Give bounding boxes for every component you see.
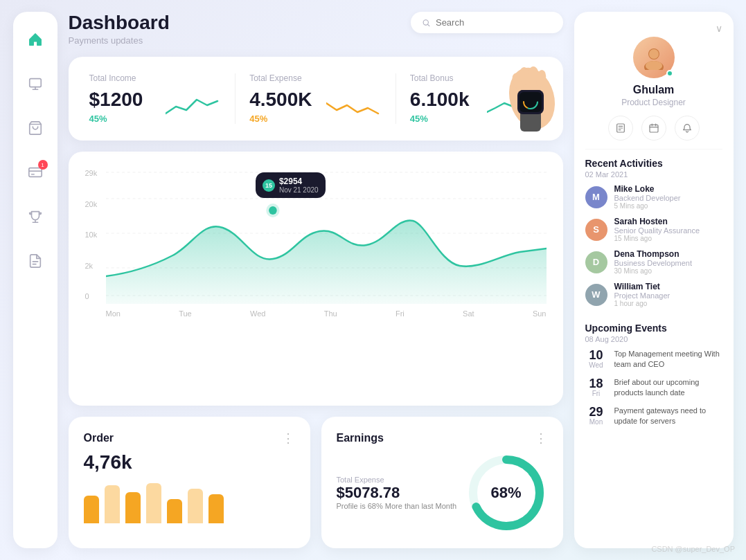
activity-time-3: 1 hour ago (614, 300, 670, 307)
profile-calendar-button[interactable] (641, 116, 666, 141)
activity-role-0: Backend Developer (614, 194, 681, 202)
stat-total-income: Total Income $1200 45% (89, 73, 222, 124)
activity-item-0: M Mike Loke Backend Developer 5 Mins ago (585, 184, 722, 210)
order-bar-chart (84, 482, 295, 523)
sidebar-icon-document[interactable] (21, 247, 49, 275)
recent-activities-title: Recent Activities (585, 158, 722, 169)
x-label-sat: Sat (463, 309, 474, 318)
stats-row: Total Income $1200 45% Total Expense (69, 57, 563, 141)
activity-name-0: Mike Loke (614, 184, 681, 194)
bar-3 (125, 492, 141, 523)
activity-item-1: S Sarah Hosten Senior Quality Assurance … (585, 217, 722, 242)
earnings-amount: $5078.78 (337, 484, 457, 502)
activity-role-1: Senior Quality Assurance (614, 226, 700, 235)
earnings-donut: 68% (465, 451, 548, 534)
event-day-1: 18 (589, 377, 603, 390)
earnings-note: Profile is 68% More than last Month (337, 502, 457, 510)
profile-section: ∨ Ghulam Product Designer (585, 23, 722, 150)
activity-item-2: D Dena Thompson Business Development 30 … (585, 249, 722, 275)
bar-4 (146, 483, 161, 523)
stat-income-label: Total Income (89, 73, 222, 83)
x-label-thu: Thu (324, 309, 337, 318)
event-weekday-2: Mon (589, 418, 603, 426)
activity-name-1: Sarah Hosten (614, 217, 700, 226)
sidebar-icon-bag[interactable] (21, 114, 49, 142)
event-date-2: 29 Mon (585, 406, 607, 426)
expense-sparkline (326, 93, 382, 120)
activity-role-2: Business Development (614, 259, 693, 267)
earnings-sub-label: Total Expense (337, 476, 457, 484)
event-item-0: 10 Wed Top Management meeting With team … (585, 349, 722, 370)
y-label-29k: 29k (85, 169, 98, 177)
bar-1 (84, 496, 99, 523)
activity-info-2: Dena Thompson Business Development 30 Mi… (614, 249, 693, 275)
activity-avatar-3: W (585, 284, 607, 306)
search-input[interactable] (436, 17, 552, 28)
activity-name-2: Dena Thompson (614, 249, 693, 259)
tooltip-date: Nov 21 2020 (279, 186, 319, 194)
tooltip-dot: 15 (263, 179, 275, 192)
stat-expense-percent: 45% (249, 114, 312, 124)
y-label-10k: 10k (85, 231, 98, 239)
order-card: Order ⋮ 4,76k (69, 417, 310, 548)
activity-info-0: Mike Loke Backend Developer 5 Mins ago (614, 184, 681, 210)
profile-notifications-button[interactable] (675, 116, 700, 141)
event-item-1: 18 Fri Brief about our upcoming products… (585, 377, 722, 399)
donut-center-value: 68% (490, 484, 521, 502)
earnings-title: Earnings (337, 432, 384, 444)
bar-2 (105, 485, 120, 523)
activity-role-3: Project Manager (614, 291, 670, 300)
sidebar-icon-monitor[interactable] (21, 70, 49, 98)
activity-time-0: 5 Mins ago (614, 202, 681, 210)
upcoming-events-section: Upcoming Events 08 Aug 2020 10 Wed Top M… (585, 323, 722, 433)
sidebar-icon-trophy[interactable] (21, 203, 49, 231)
search-icon (422, 18, 430, 28)
svg-rect-1 (28, 168, 41, 177)
svg-rect-0 (29, 79, 41, 87)
bar-5 (167, 499, 182, 523)
header: Dashboard Payments updates (69, 12, 563, 46)
stat-income-percent: 45% (89, 114, 143, 124)
activity-avatar-0: M (585, 186, 607, 208)
chart-area: 29k 20k 10k 2k 0 (69, 152, 563, 406)
earnings-menu-button[interactable]: ⋮ (535, 431, 548, 446)
event-desc-2: Payment gateways need to update for serv… (614, 406, 722, 427)
upcoming-events-date: 08 Aug 2020 (585, 335, 722, 343)
search-bar[interactable] (411, 12, 563, 33)
x-label-sun: Sun (533, 309, 547, 318)
profile-role: Product Designer (621, 98, 686, 107)
chevron-down-icon[interactable]: ∨ (716, 23, 722, 34)
chart-tooltip: 15 $2954 Nov 21 2020 (256, 172, 326, 198)
earnings-card-header: Earnings ⋮ (337, 431, 548, 446)
bottom-row: Order ⋮ 4,76k Earnings ⋮ (69, 417, 563, 548)
order-title: Order (84, 432, 114, 444)
svg-rect-28 (650, 125, 658, 132)
profile-notes-button[interactable] (608, 116, 633, 141)
earnings-card: Earnings ⋮ Total Expense $5078.78 Profil… (321, 417, 563, 548)
header-title: Dashboard Payments updates (69, 12, 170, 46)
activity-info-3: William Tiet Project Manager 1 hour ago (614, 282, 670, 307)
activity-name-3: William Tiet (614, 282, 670, 291)
activity-time-1: 15 Mins ago (614, 235, 700, 242)
event-date-0: 10 Wed (585, 349, 607, 369)
watermark: CSDN @super_Dev_OP (651, 545, 735, 553)
event-weekday-1: Fri (592, 390, 601, 397)
y-label-0: 0 (85, 292, 98, 300)
profile-actions (608, 116, 700, 141)
stat-bonus-label: Total Bonus (410, 73, 542, 83)
order-menu-button[interactable]: ⋮ (282, 431, 295, 446)
sidebar-icon-home[interactable] (21, 26, 49, 53)
stat-divider-2 (396, 73, 396, 124)
activity-avatar-1: S (585, 219, 607, 241)
stat-expense-label: Total Expense (249, 73, 382, 83)
online-status-dot (666, 70, 673, 77)
income-sparkline (166, 93, 221, 120)
stat-income-value: $1200 (89, 89, 143, 111)
sidebar-icon-card[interactable]: 1 (21, 159, 49, 186)
order-card-header: Order ⋮ (84, 431, 295, 446)
upcoming-events-title: Upcoming Events (585, 323, 722, 334)
bar-6 (188, 489, 203, 523)
page-title: Dashboard (69, 12, 170, 34)
activity-time-2: 30 Mins ago (614, 267, 693, 275)
x-label-fri: Fri (396, 309, 405, 318)
